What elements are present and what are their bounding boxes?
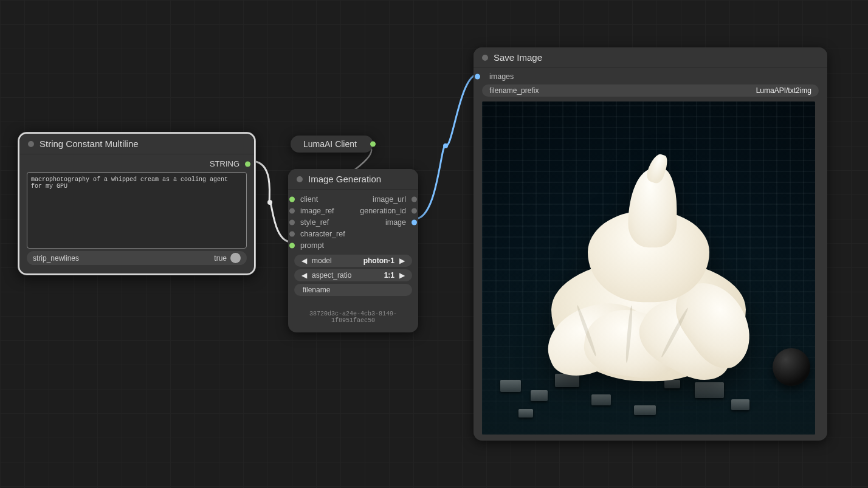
param-value: LumaAPI/txt2img [756, 86, 811, 95]
param-label: model [312, 256, 332, 265]
output-port-generation-id[interactable] [412, 208, 417, 213]
filename-prefix-field[interactable]: filename_prefix LumaAPI/txt2img [482, 84, 819, 97]
node-title: LumaAI Client [303, 139, 357, 149]
toggle-knob-icon[interactable] [230, 253, 241, 263]
port-dot-icon[interactable] [245, 161, 250, 167]
port-label: style_ref [294, 218, 353, 227]
generated-image-preview[interactable] [482, 101, 815, 435]
port-label: image_url [353, 195, 412, 204]
chevron-left-icon[interactable]: ◀ [300, 271, 308, 280]
svg-point-0 [267, 200, 272, 205]
param-label: strip_newlines [33, 254, 79, 263]
chevron-right-icon[interactable]: ▶ [398, 256, 406, 265]
node-title: Image Generation [308, 174, 381, 184]
node-lumaai-client[interactable]: LumaAI Client [291, 136, 373, 153]
param-label: aspect_ratio [312, 271, 351, 280]
io-row-client-imageurl: client image_url [292, 193, 415, 205]
preview-capacitor [773, 348, 810, 386]
prompt-textarea[interactable] [31, 176, 243, 244]
input-port-style-ref[interactable] [289, 219, 295, 225]
node-header[interactable]: Image Generation [288, 169, 418, 190]
output-port-string[interactable]: STRING [26, 158, 248, 170]
input-port-image-ref[interactable] [289, 208, 295, 213]
svg-point-1 [443, 143, 448, 148]
param-value: true [214, 254, 227, 263]
output-port-image-url[interactable] [412, 196, 417, 202]
generation-uuid: 38720d3c-a24e-4cb3-8149-1f8951faec50 [299, 311, 407, 324]
io-row-characterref: character_ref [292, 228, 415, 239]
collapse-toggle-icon[interactable] [297, 176, 303, 182]
port-label: image_ref [294, 207, 353, 215]
node-save-image[interactable]: Save Image images filename_prefix LumaAP… [474, 47, 827, 441]
node-title: Save Image [494, 52, 542, 63]
param-value[interactable]: photon-1 [363, 256, 394, 265]
chevron-right-icon[interactable]: ▶ [398, 271, 406, 280]
port-label: images [483, 72, 821, 81]
port-label: client [294, 195, 353, 204]
port-label: prompt [294, 241, 412, 250]
param-value[interactable]: 1:1 [384, 271, 394, 280]
node-header[interactable]: String Constant Multiline [19, 134, 254, 154]
input-port-images[interactable] [475, 74, 480, 79]
output-port-client[interactable] [370, 142, 376, 147]
node-title: String Constant Multiline [40, 139, 139, 149]
input-port-character-ref[interactable] [289, 231, 295, 236]
input-port-client[interactable] [289, 196, 295, 202]
multiline-text-field[interactable] [27, 172, 247, 249]
param-label: filename_prefix [489, 86, 539, 95]
strip-newlines-toggle[interactable]: strip_newlines true [27, 251, 247, 265]
node-image-generation[interactable]: Image Generation client image_url image_… [288, 169, 418, 332]
preview-whipped-cream [548, 174, 749, 381]
input-row-images: images [477, 70, 824, 82]
io-row-styleref-image: style_ref image [292, 216, 415, 228]
port-label: image [353, 218, 412, 227]
node-header[interactable]: Save Image [474, 47, 827, 68]
input-port-prompt[interactable] [289, 242, 295, 248]
port-label: STRING [28, 159, 246, 168]
param-label[interactable]: filename [303, 286, 330, 294]
node-graph-canvas[interactable]: String Constant Multiline STRING strip_n… [0, 0, 868, 488]
collapse-toggle-icon[interactable] [482, 55, 488, 61]
chevron-left-icon[interactable]: ◀ [300, 256, 308, 265]
io-row-imageref-genid: image_ref generation_id [292, 205, 415, 216]
collapse-toggle-icon[interactable] [28, 141, 34, 147]
node-string-constant-multiline[interactable]: String Constant Multiline STRING strip_n… [18, 132, 255, 275]
port-label: generation_id [353, 207, 412, 215]
output-port-image[interactable] [412, 219, 417, 225]
port-label: character_ref [294, 230, 412, 238]
io-row-prompt: prompt [292, 239, 415, 251]
